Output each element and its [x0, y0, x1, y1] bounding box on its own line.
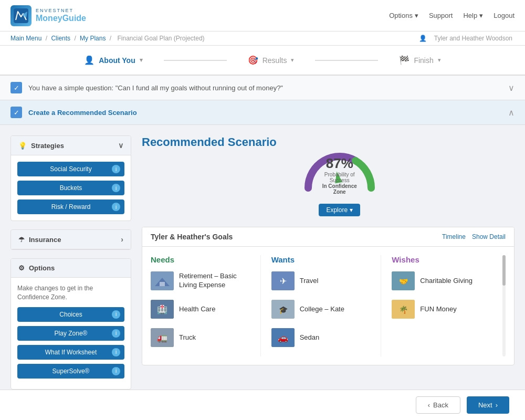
supersolve-info-icon[interactable]: i: [112, 367, 120, 375]
goal-item-healthcare: 🏥 Health Care: [151, 300, 250, 319]
accordion-chevron-scenario: ∧: [508, 108, 514, 118]
strategies-header[interactable]: 💡 Strategies ∨: [11, 136, 131, 155]
wants-column: Wants ✈ Travel 🎓 College – Kate: [271, 255, 371, 356]
back-button[interactable]: ‹ Back: [416, 396, 460, 414]
nav-links: Options ▾ Support Help ▾ Logout: [389, 12, 514, 19]
user-name: Tyler and Heather Woodson: [434, 35, 512, 42]
wants-header: Wants: [271, 255, 371, 264]
insurance-header[interactable]: ☂ Insurance ›: [11, 230, 131, 249]
buckets-info-icon[interactable]: i: [112, 184, 120, 192]
wizard-step-about-you[interactable]: 👤 About You ▾: [63, 52, 163, 68]
gauge-container: 87% Probability of Success In Confidence…: [298, 135, 382, 198]
about-you-label: About You: [99, 56, 135, 65]
social-security-info-icon[interactable]: i: [112, 165, 120, 173]
explore-chevron-icon: ▾: [350, 206, 353, 214]
travel-thumbnail: ✈: [271, 271, 295, 290]
svg-text:🤝: 🤝: [399, 277, 408, 286]
fun-money-thumbnail: 🌴: [392, 300, 415, 319]
logo-text: ENVESTNET MoneyGuide: [36, 8, 86, 24]
social-security-button[interactable]: Social Security i: [17, 162, 124, 176]
wishes-header: Wishes: [392, 255, 491, 264]
strategies-body: Social Security i Buckets i Risk / Rewar…: [11, 155, 131, 220]
results-icon: 🎯: [248, 55, 258, 65]
play-zone-info-icon[interactable]: i: [112, 329, 120, 338]
accordion-header-question[interactable]: ✓ You have a simple question: "Can I fun…: [0, 76, 525, 100]
svg-text:🚗: 🚗: [278, 333, 288, 343]
strategies-header-left: 💡 Strategies: [18, 142, 64, 150]
healthcare-label: Health Care: [179, 305, 215, 314]
accordion-header-scenario[interactable]: ✓ Create a Recommended Scenario ∧: [0, 100, 525, 124]
insurance-icon: ☂: [18, 236, 25, 244]
support-nav[interactable]: Support: [429, 12, 453, 19]
breadcrumb-my-plans[interactable]: My Plans: [80, 35, 106, 42]
help-nav[interactable]: Help ▾: [463, 12, 483, 19]
choices-info-icon[interactable]: i: [112, 310, 120, 319]
user-icon: 👤: [419, 35, 427, 42]
options-label: Options: [29, 264, 55, 272]
options-gear-icon: ⚙: [18, 264, 25, 272]
back-chevron-icon: ‹: [428, 401, 430, 409]
finish-icon: 🏁: [399, 55, 410, 65]
breadcrumb-sep1: /: [46, 35, 49, 42]
college-kate-label: College – Kate: [300, 305, 344, 314]
svg-rect-4: [160, 282, 165, 286]
goal-item-fun-money: 🌴 FUN Money: [392, 300, 491, 319]
wizard-step-finish[interactable]: 🏁 Finish ▾: [378, 52, 461, 68]
gauge-percent: 87%: [319, 155, 361, 172]
needs-column: Needs Retirement – Basic Living Expense …: [151, 255, 250, 356]
main-content: 💡 Strategies ∨ Social Security i Buckets…: [0, 125, 525, 420]
play-zone-button[interactable]: Play Zone® i: [17, 326, 124, 341]
what-if-worksheet-button[interactable]: What If Worksheet i: [17, 345, 124, 360]
breadcrumb-current: Financial Goal Plan (Projected): [117, 35, 204, 42]
breadcrumb-path: Main Menu / Clients / My Plans / Financi…: [10, 35, 207, 42]
logo: ENVESTNET MoneyGuide: [10, 5, 86, 26]
explore-button[interactable]: Explore ▾: [319, 204, 360, 216]
what-if-info-icon[interactable]: i: [112, 348, 120, 356]
logout-nav[interactable]: Logout: [494, 12, 514, 19]
help-chevron-icon: ▾: [479, 12, 483, 19]
travel-label: Travel: [300, 277, 319, 286]
risk-reward-info-icon[interactable]: i: [112, 203, 120, 211]
accordion-item-scenario: ✓ Create a Recommended Scenario ∧: [0, 100, 525, 125]
choices-button[interactable]: Choices i: [17, 307, 124, 322]
breadcrumb-sep2: /: [74, 35, 78, 42]
insurance-header-left: ☂ Insurance: [18, 236, 61, 244]
about-you-icon: 👤: [84, 55, 94, 65]
logo-icon: [10, 5, 32, 26]
needs-header: Needs: [151, 255, 250, 264]
goal-item-college-kate: 🎓 College – Kate: [271, 300, 371, 319]
truck-thumbnail: 🚛: [151, 328, 174, 347]
insurance-card: ☂ Insurance ›: [10, 229, 131, 250]
accordion-check-scenario: ✓: [10, 107, 22, 118]
sedan-thumbnail: 🚗: [271, 328, 295, 347]
sedan-label: Sedan: [300, 333, 320, 342]
risk-reward-button[interactable]: Risk / Reward i: [17, 200, 124, 214]
scroll-track: [502, 255, 506, 356]
healthcare-thumbnail: 🏥: [151, 300, 174, 319]
wizard-steps: 👤 About You ▾ 🎯 Results ▾ 🏁 Finish ▾: [0, 46, 525, 76]
breadcrumb-main-menu[interactable]: Main Menu: [10, 35, 41, 42]
strategies-card: 💡 Strategies ∨ Social Security i Buckets…: [10, 135, 131, 221]
next-chevron-icon: ›: [496, 401, 498, 409]
wizard-step-results[interactable]: 🎯 Results ▾: [227, 52, 316, 68]
options-desc: Make changes to get in the Confidence Zo…: [17, 284, 124, 302]
breadcrumb-clients[interactable]: Clients: [51, 35, 70, 42]
svg-text:✈: ✈: [279, 277, 286, 286]
college-thumbnail: 🎓: [271, 300, 295, 319]
retirement-label: Retirement – Basic Living Expense: [179, 272, 250, 290]
scroll-thumb: [502, 255, 506, 286]
buckets-button[interactable]: Buckets i: [17, 181, 124, 195]
scroll-indicator: [501, 255, 506, 356]
timeline-link[interactable]: Timeline: [442, 233, 466, 240]
show-detail-link[interactable]: Show Detail: [472, 233, 506, 240]
next-button[interactable]: Next ›: [467, 396, 509, 414]
svg-text:🎓: 🎓: [278, 306, 288, 314]
supersolve-button[interactable]: SuperSolve® i: [17, 364, 124, 379]
options-header: ⚙ Options: [11, 259, 131, 278]
goal-item-truck: 🚛 Truck: [151, 328, 250, 347]
options-nav[interactable]: Options ▾: [389, 12, 418, 19]
options-card: ⚙ Options Make changes to get in the Con…: [10, 258, 131, 390]
gauge-label1: Probability of Success: [319, 172, 361, 183]
insurance-chevron-icon: ›: [121, 235, 123, 244]
recommended-title: Recommended Scenario: [142, 135, 277, 149]
